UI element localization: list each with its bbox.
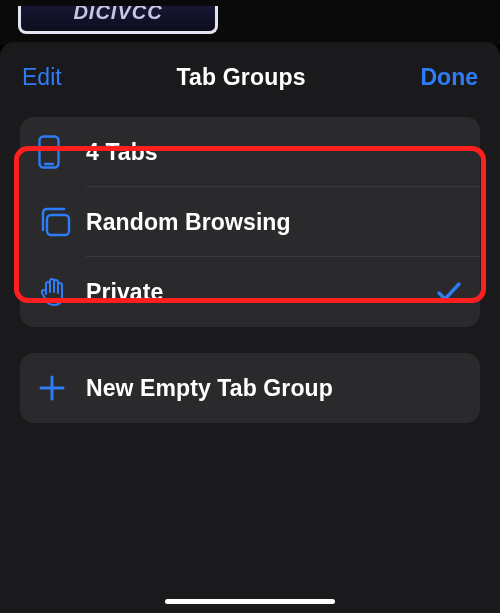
background-content: DICIVCC xyxy=(0,0,500,45)
new-group-label: New Empty Tab Group xyxy=(86,375,426,402)
sheet-header: Edit Tab Groups Done xyxy=(0,46,500,117)
checkmark-icon xyxy=(426,280,462,304)
background-tab-text: DICIVCC xyxy=(73,6,162,24)
tab-groups-list: 4 Tabs Random Browsing Private xyxy=(20,117,480,327)
hand-icon xyxy=(38,275,86,309)
tab-group-icon xyxy=(38,206,86,238)
tab-group-row-private[interactable]: Private xyxy=(20,257,480,327)
new-group-block: New Empty Tab Group xyxy=(20,353,480,423)
edit-button[interactable]: Edit xyxy=(22,64,62,91)
tab-group-label: Private xyxy=(86,279,426,306)
tab-group-row-custom[interactable]: Random Browsing xyxy=(20,187,480,257)
phone-icon xyxy=(38,135,86,169)
plus-icon xyxy=(38,374,86,402)
home-indicator[interactable] xyxy=(165,599,335,604)
new-empty-tab-group-button[interactable]: New Empty Tab Group xyxy=(20,353,480,423)
svg-rect-2 xyxy=(47,215,69,235)
tab-group-label: Random Browsing xyxy=(86,209,426,236)
done-button[interactable]: Done xyxy=(421,64,479,91)
tab-groups-sheet: Edit Tab Groups Done 4 Tabs Ran xyxy=(0,42,500,613)
tab-group-label: 4 Tabs xyxy=(86,139,426,166)
tab-group-row-alltabs[interactable]: 4 Tabs xyxy=(20,117,480,187)
background-tab-preview: DICIVCC xyxy=(18,6,218,34)
sheet-title: Tab Groups xyxy=(176,64,305,91)
